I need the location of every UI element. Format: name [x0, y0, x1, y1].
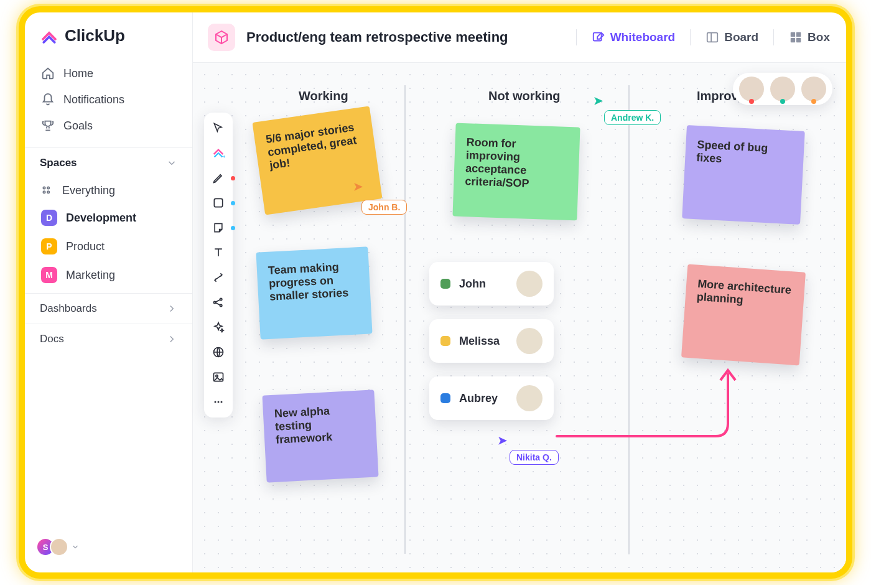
chevron-down-icon	[71, 543, 80, 551]
person-card[interactable]: Melissa	[429, 319, 554, 363]
column-divider	[404, 85, 406, 554]
tool-text[interactable]	[210, 245, 226, 261]
cursor-label: Nikita Q.	[510, 450, 559, 465]
sticky-note[interactable]: Room for improving acceptance criteria/S…	[452, 123, 580, 221]
column-header-working: Working	[299, 89, 348, 103]
bell-icon	[41, 93, 55, 106]
presence-avatar[interactable]	[770, 77, 795, 101]
brand-name: ClickUp	[65, 26, 125, 45]
page-icon[interactable]	[208, 24, 235, 51]
remote-cursor-nikita: ➤ Nikita Q.	[498, 436, 559, 465]
svg-rect-7	[796, 32, 801, 37]
sticky-note[interactable]: New alpha testing framework	[262, 390, 378, 482]
svg-rect-11	[214, 198, 222, 207]
box-icon	[214, 30, 229, 45]
nav-notifications[interactable]: Notifications	[32, 86, 185, 113]
nav-goals[interactable]: Goals	[32, 113, 185, 139]
primary-nav: Home Notifications Goals	[25, 57, 192, 142]
tool-cursor[interactable]	[210, 120, 226, 136]
tool-web[interactable]	[210, 344, 226, 360]
user-avatar-photo	[50, 538, 68, 556]
space-badge: M	[41, 267, 57, 283]
divider	[773, 29, 774, 45]
svg-text:+: +	[222, 154, 225, 160]
sticky-text: 5/6 major stories completed, great job!	[265, 121, 357, 171]
sidebar-footer[interactable]: S	[25, 530, 192, 564]
remote-cursor-andrew: ➤ Andrew K.	[594, 96, 661, 125]
nav-dashboards-label: Dashboards	[40, 302, 97, 315]
whiteboard-icon	[592, 30, 605, 44]
svg-point-13	[220, 298, 222, 300]
tool-image[interactable]	[210, 369, 226, 385]
nav-everything[interactable]: Everything	[32, 178, 185, 203]
cursor-label: John B.	[361, 200, 407, 215]
nav-dashboards[interactable]: Dashboards	[25, 293, 192, 324]
view-board[interactable]: Board	[704, 28, 760, 47]
space-development[interactable]: D Development	[32, 203, 185, 232]
image-icon	[212, 371, 225, 383]
sticky-note[interactable]: More architecture planning	[681, 264, 806, 366]
svg-point-1	[47, 187, 49, 189]
svg-point-0	[43, 187, 45, 189]
cursor-icon	[212, 122, 225, 134]
svg-point-20	[221, 401, 223, 403]
space-marketing[interactable]: M Marketing	[32, 261, 185, 289]
view-label: Board	[724, 30, 758, 44]
nav-goals-label: Goals	[63, 119, 93, 133]
main-area: Product/eng team retrospective meeting W…	[193, 12, 846, 572]
connector-arrow[interactable]	[554, 362, 753, 449]
space-label: Product	[66, 240, 105, 253]
nav-home[interactable]: Home	[32, 60, 185, 86]
color-dot	[231, 226, 235, 230]
svg-rect-8	[791, 38, 795, 42]
share-nodes-icon	[212, 296, 225, 309]
trophy-icon	[41, 119, 55, 133]
presence-avatar[interactable]	[801, 77, 826, 101]
view-label: Whiteboard	[610, 30, 676, 44]
remote-cursor-john: ➤ John B.	[353, 182, 407, 215]
column-header-notworking: Not working	[488, 89, 561, 103]
tool-sticky[interactable]	[210, 220, 226, 236]
tool-clickup-plus[interactable]: +	[210, 145, 226, 161]
space-label: Marketing	[66, 269, 115, 282]
column-divider	[628, 85, 630, 554]
color-dot	[231, 176, 235, 180]
avatar	[516, 271, 543, 297]
sticky-note[interactable]: Team making progress on smaller stories	[256, 246, 372, 339]
person-card[interactable]: Aubrey	[429, 376, 554, 420]
avatar	[516, 328, 543, 354]
spaces-header[interactable]: Spaces	[25, 147, 192, 174]
presence-avatar[interactable]	[739, 77, 764, 101]
status-square	[440, 279, 450, 289]
sticky-note[interactable]: Speed of bug fixes	[682, 125, 805, 225]
clickup-plus-icon: +	[212, 146, 225, 160]
tool-pen[interactable]	[210, 170, 226, 186]
chevron-down-icon	[166, 157, 177, 169]
person-name: John	[459, 278, 486, 291]
avatar	[516, 385, 543, 411]
view-box[interactable]: Box	[788, 28, 831, 47]
person-card[interactable]: John	[429, 262, 554, 306]
tool-connector[interactable]	[210, 269, 226, 286]
cursor-label: Andrew K.	[604, 110, 661, 125]
whiteboard-canvas[interactable]: Working Not working Improve .presence .p…	[193, 63, 846, 572]
svg-rect-5	[707, 33, 718, 42]
square-icon	[212, 197, 225, 209]
text-icon	[212, 246, 225, 259]
tool-share[interactable]	[210, 294, 226, 310]
tool-shape[interactable]	[210, 195, 226, 211]
brand-logo[interactable]: ClickUp	[25, 26, 192, 57]
sticky-text: Speed of bug fixes	[696, 138, 768, 165]
view-tabs: Whiteboard Board Box	[576, 28, 831, 47]
nav-everything-label: Everything	[62, 184, 115, 197]
nav-docs[interactable]: Docs	[25, 324, 192, 354]
status-square	[440, 393, 450, 403]
sticky-note-icon	[212, 222, 225, 234]
page-title: Product/eng team retrospective meeting	[246, 29, 508, 45]
tool-ai[interactable]	[210, 319, 226, 335]
presence-avatars[interactable]	[733, 73, 832, 105]
space-product[interactable]: P Product	[32, 232, 185, 261]
view-whiteboard[interactable]: Whiteboard	[590, 28, 677, 47]
tool-more[interactable]	[210, 394, 226, 410]
spaces-list: Everything D Development P Product M Mar…	[25, 174, 192, 293]
